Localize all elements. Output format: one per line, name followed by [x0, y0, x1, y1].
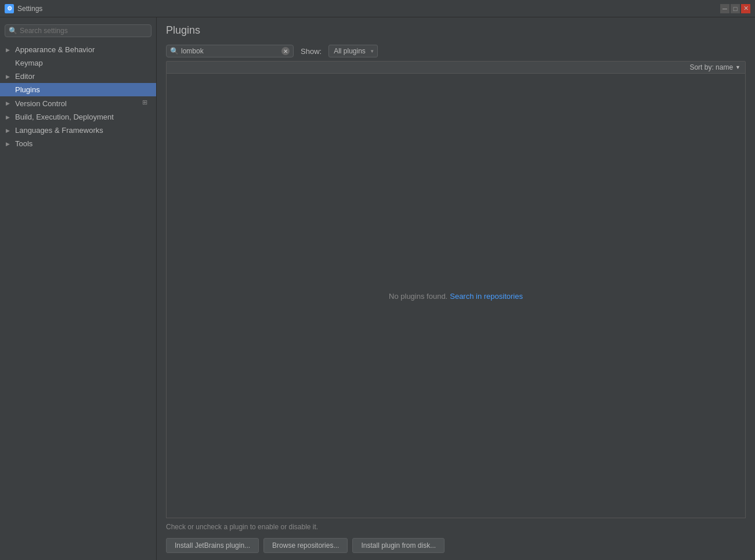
sidebar-item-label: Tools: [15, 139, 32, 148]
no-plugins-text: No plugins found.: [389, 291, 447, 300]
plugins-toolbar: 🔍 ✕ Show: All plugins Enabled Disabled B…: [157, 41, 755, 61]
sidebar-item-appearance[interactable]: ▶ Appearance & Behavior: [0, 43, 156, 56]
sidebar-item-label: Plugins: [15, 85, 40, 94]
plugin-list: No plugins found. Search in repositories: [166, 74, 746, 518]
sidebar-item-label: Keymap: [15, 59, 43, 67]
expand-arrow-icon: ▶: [6, 114, 13, 120]
footer-hint-text: Check or uncheck a plugin to enable or d…: [166, 523, 318, 531]
no-plugins-message: No plugins found. Search in repositories: [389, 291, 523, 300]
content-area: Plugins 🔍 ✕ Show: All plugins Enabled Di…: [157, 17, 755, 560]
sort-bar[interactable]: Sort by: name ▼: [166, 61, 746, 74]
sidebar: 🔍 ▶ Appearance & Behavior Keymap ▶ Edito…: [0, 17, 157, 560]
sidebar-item-label: Version Control: [15, 99, 67, 108]
sidebar-item-label: Editor: [15, 72, 35, 81]
plugin-search-box[interactable]: 🔍 ✕: [166, 45, 294, 57]
sidebar-item-build-execution[interactable]: ▶ Build, Execution, Deployment: [0, 110, 156, 124]
expand-arrow-icon: ▶: [6, 74, 13, 80]
page-title: Plugins: [166, 24, 746, 37]
plugin-search-input[interactable]: [181, 47, 279, 55]
sidebar-item-label: Build, Execution, Deployment: [15, 113, 114, 121]
main-container: 🔍 ▶ Appearance & Behavior Keymap ▶ Edito…: [0, 17, 755, 560]
clear-search-button[interactable]: ✕: [281, 47, 290, 55]
sidebar-item-keymap[interactable]: Keymap: [0, 56, 156, 70]
sidebar-item-version-control[interactable]: ▶ Version Control ⊞: [0, 96, 156, 110]
sort-label: Sort by: name: [689, 63, 733, 71]
show-label: Show:: [301, 47, 321, 56]
version-control-icon: ⊞: [142, 99, 151, 108]
search-in-repos-link[interactable]: Search in repositories: [450, 291, 523, 300]
sidebar-item-languages-frameworks[interactable]: ▶ Languages & Frameworks: [0, 124, 156, 137]
sort-arrow-icon: ▼: [735, 64, 740, 70]
window-controls: ─ □ ✕: [720, 4, 750, 13]
content-header: Plugins: [157, 17, 755, 41]
show-dropdown[interactable]: All plugins Enabled Disabled Bundled: [328, 45, 378, 57]
sidebar-item-label: Appearance & Behavior: [15, 45, 95, 54]
minimize-button[interactable]: ─: [720, 4, 729, 13]
browse-repos-button[interactable]: Browse repositories...: [263, 538, 348, 553]
install-jetbrains-button[interactable]: Install JetBrains plugin...: [166, 538, 259, 553]
expand-arrow-icon: ▶: [6, 141, 13, 147]
app-icon: ⚙: [5, 4, 14, 13]
maximize-button[interactable]: □: [731, 4, 740, 13]
sidebar-item-plugins[interactable]: Plugins: [0, 83, 156, 96]
expand-arrow-icon: ▶: [6, 100, 13, 106]
settings-search-input[interactable]: [20, 27, 147, 35]
install-disk-button[interactable]: Install plugin from disk...: [352, 538, 445, 553]
close-button[interactable]: ✕: [741, 4, 750, 13]
expand-arrow-icon: ▶: [6, 128, 13, 133]
search-icon: 🔍: [9, 27, 17, 35]
window-title: Settings: [17, 5, 42, 13]
settings-search-box[interactable]: 🔍: [5, 24, 151, 37]
plugin-search-icon: 🔍: [170, 47, 179, 55]
sidebar-item-label: Languages & Frameworks: [15, 126, 103, 135]
sidebar-item-tools[interactable]: ▶ Tools: [0, 137, 156, 150]
show-dropdown-wrapper: All plugins Enabled Disabled Bundled: [328, 45, 378, 57]
footer-buttons: Install JetBrains plugin... Browse repos…: [157, 534, 755, 560]
footer-hint: Check or uncheck a plugin to enable or d…: [157, 518, 755, 534]
expand-arrow-icon: ▶: [6, 47, 13, 53]
title-bar: ⚙ Settings ─ □ ✕: [0, 0, 755, 17]
sidebar-item-editor[interactable]: ▶ Editor: [0, 70, 156, 83]
